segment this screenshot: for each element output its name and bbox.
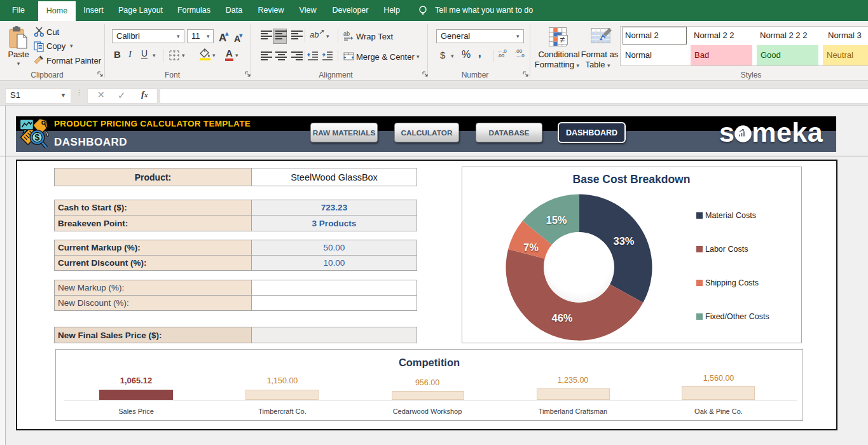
svg-text:ab: ab bbox=[343, 31, 350, 37]
svg-text:≠: ≠ bbox=[560, 34, 565, 44]
svg-text:$: $ bbox=[35, 132, 40, 142]
